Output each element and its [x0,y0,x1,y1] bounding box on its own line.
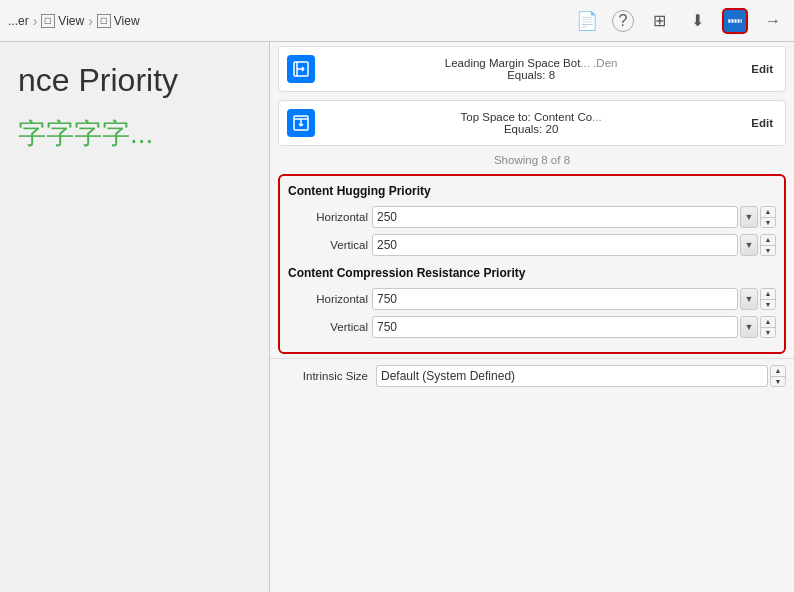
priority-section: Content Hugging Priority Horizontal 250 … [278,174,786,354]
content-hugging-vertical-wrap: 250 ▼ ▲ ▼ [372,234,776,256]
constraint-value-2: Equals: 20 [323,123,739,135]
breadcrumb-label-3: View [114,14,140,28]
content-hugging-title: Content Hugging Priority [288,184,776,198]
breadcrumb-sep-2: › [88,13,93,29]
content-hugging-vertical-select[interactable]: 250 [372,234,738,256]
content-hugging-horizontal-arrow[interactable]: ▼ [740,206,758,228]
intrinsic-size-row: Intrinsic Size Default (System Defined) … [270,358,794,393]
leading-margin-icon [292,60,310,78]
content-compression-vertical-row: Vertical 750 ▼ ▲ ▼ [288,316,776,338]
help-icon-btn[interactable]: ? [612,10,634,32]
stepper-up-4[interactable]: ▲ [761,317,775,328]
constraint-icon-1 [287,55,315,83]
stepper-down-4[interactable]: ▼ [761,328,775,338]
intrinsic-size-wrap: Default (System Defined) ▲ ▼ [376,365,786,387]
content-compression-title: Content Compression Resistance Priority [288,266,776,280]
content-compression-vertical-wrap: 750 ▼ ▲ ▼ [372,316,776,338]
content-compression-horizontal-label: Horizontal [288,293,368,305]
constraint-edit-btn-2[interactable]: Edit [747,115,777,131]
intrinsic-size-select[interactable]: Default (System Defined) [376,365,768,387]
content-compression-vertical-select[interactable]: 750 [372,316,738,338]
content-hugging-vertical-row: Vertical 250 ▼ ▲ ▼ [288,234,776,256]
ruler-icon [727,13,743,29]
breadcrumb-item-1[interactable]: ...er [8,14,29,28]
constraints-icon-btn[interactable]: ⬇ [684,8,710,34]
content-hugging-horizontal-stepper[interactable]: ▲ ▼ [760,206,776,228]
constraint-title-1: Leading Margin Space Bot... .Den [323,57,739,69]
main-layout: nce Priority 字字字字... Leading Margin Spac… [0,42,794,592]
content-hugging-vertical-stepper[interactable]: ▲ ▼ [760,234,776,256]
content-hugging-horizontal-select[interactable]: 250 [372,206,738,228]
right-panel: Leading Margin Space Bot... .Den Equals:… [270,42,794,592]
content-compression-vertical-arrow[interactable]: ▼ [740,316,758,338]
stepper-up-2[interactable]: ▲ [761,235,775,246]
showing-label: Showing 8 of 8 [270,150,794,170]
intrinsic-size-label: Intrinsic Size [278,370,368,382]
content-hugging-horizontal-wrap: 250 ▼ ▲ ▼ [372,206,776,228]
intrinsic-stepper-down[interactable]: ▼ [771,377,785,387]
arrow-right-icon-btn[interactable]: → [760,8,786,34]
stepper-down-2[interactable]: ▼ [761,246,775,256]
constraint-icon-2 [287,109,315,137]
content-compression-horizontal-row: Horizontal 750 ▼ ▲ ▼ [288,288,776,310]
size-inspector-icon-btn[interactable] [722,8,748,34]
content-hugging-horizontal-label: Horizontal [288,211,368,223]
view-icon-2: ▢ [97,14,111,28]
left-panel-content: nce Priority 字字字字... [0,42,269,592]
content-hugging-vertical-arrow[interactable]: ▼ [740,234,758,256]
stepper-down-3[interactable]: ▼ [761,300,775,310]
toolbar: ...er › ▢ View › ▢ View 📄 ? ⊞ ⬇ → [0,0,794,42]
top-space-icon [292,114,310,132]
content-compression-horizontal-select[interactable]: 750 [372,288,738,310]
grid-icon-btn[interactable]: ⊞ [646,8,672,34]
chinese-text-label: 字字字字... [10,115,153,153]
constraint-row-2: Top Space to: Content Co... Equals: 20 E… [278,100,786,146]
intrinsic-size-stepper[interactable]: ▲ ▼ [770,365,786,387]
content-compression-horizontal-arrow[interactable]: ▼ [740,288,758,310]
breadcrumb-item-2[interactable]: ▢ View [41,14,84,28]
breadcrumb-label-2: View [58,14,84,28]
constraint-text-1: Leading Margin Space Bot... .Den Equals:… [323,57,739,81]
priority-label: nce Priority [10,62,178,99]
stepper-up-3[interactable]: ▲ [761,289,775,300]
breadcrumb: ...er › ▢ View › ▢ View [8,13,570,29]
content-hugging-vertical-label: Vertical [288,239,368,251]
breadcrumb-label-1: ...er [8,14,29,28]
left-panel: nce Priority 字字字字... [0,42,270,592]
constraint-title-2: Top Space to: Content Co... [323,111,739,123]
view-icon-1: ▢ [41,14,55,28]
breadcrumb-item-3[interactable]: ▢ View [97,14,140,28]
stepper-up-1[interactable]: ▲ [761,207,775,218]
content-compression-vertical-stepper[interactable]: ▲ ▼ [760,316,776,338]
intrinsic-stepper-up[interactable]: ▲ [771,366,785,377]
constraint-row-1: Leading Margin Space Bot... .Den Equals:… [278,46,786,92]
constraint-text-2: Top Space to: Content Co... Equals: 20 [323,111,739,135]
stepper-down-1[interactable]: ▼ [761,218,775,228]
document-icon-btn[interactable]: 📄 [574,8,600,34]
breadcrumb-sep-1: › [33,13,38,29]
content-hugging-horizontal-row: Horizontal 250 ▼ ▲ ▼ [288,206,776,228]
toolbar-icons: 📄 ? ⊞ ⬇ → [574,8,786,34]
constraint-edit-btn-1[interactable]: Edit [747,61,777,77]
content-compression-horizontal-wrap: 750 ▼ ▲ ▼ [372,288,776,310]
constraint-value-1: Equals: 8 [323,69,739,81]
content-compression-vertical-label: Vertical [288,321,368,333]
content-compression-horizontal-stepper[interactable]: ▲ ▼ [760,288,776,310]
